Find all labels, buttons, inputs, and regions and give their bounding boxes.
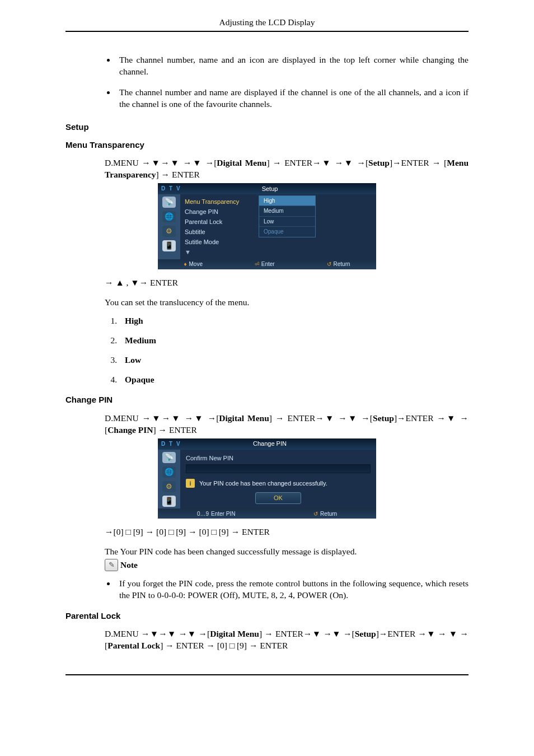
change-pin-heading: Change PIN <box>65 394 469 405</box>
cp-screenshot: D T V Change PIN 📡 🌐 ⚙ 📱 Confirm New PIN <box>158 438 376 519</box>
pl-path-setup: Setup <box>355 629 376 638</box>
mt-row-1: Change PIN <box>185 208 257 216</box>
remote-icon: 📱 <box>162 496 176 507</box>
pl-path-mid: ] → ENTER→▼ →▼ →[ <box>259 629 355 638</box>
cp-path-dm: Digital Menu <box>219 413 269 423</box>
enter-icon: ⏎ <box>255 260 259 268</box>
mt-navpath: D.MENU →▼→▼ →▼ →[Digital Menu] → ENTER→▼… <box>105 157 469 181</box>
mt-path-setup: Setup <box>368 158 390 167</box>
mt-options-list: High Medium Low Opaque <box>65 315 469 386</box>
cp-shot-dtv: D T V <box>161 440 184 448</box>
cp-shot-foot: 0…9Enter PIN ↺Return <box>158 508 376 519</box>
note-label: Note <box>120 559 138 571</box>
setup-heading: Setup <box>65 122 469 133</box>
globe-icon: 🌐 <box>162 211 176 222</box>
mt-screenshot: D T V Setup 📡 🌐 ⚙ 📱 Menu Transparency Ch… <box>158 183 376 269</box>
mt-opt-low: Low <box>119 354 469 366</box>
pl-path-target: Parental Lock <box>107 641 160 650</box>
cp-note-bullet: If you forget the PIN code, press the re… <box>116 578 469 601</box>
mt-foot-return: Return <box>334 260 350 268</box>
mt-row-4: Sutitle Mode <box>185 238 257 246</box>
mt-opt-2: Low <box>259 217 315 227</box>
mt-opt-3: Opaque <box>259 227 315 237</box>
cp-result: The Your PIN code has been changed succe… <box>105 546 469 558</box>
pl-path-suffix: ] → ENTER → [0] □ [9] → ENTER <box>160 641 288 650</box>
menu-transparency-heading: Menu Transparency <box>65 139 469 151</box>
intro-bullet-1: The channel number and name are displaye… <box>116 87 469 110</box>
mt-foot-move: Move <box>189 260 203 268</box>
mt-opt-box: High Medium Low Opaque <box>259 195 316 237</box>
cp-path-suffix: ] → ENTER <box>153 425 197 435</box>
mt-path-prefix: D.MENU →▼→▼ →▼ →[ <box>105 158 217 167</box>
mt-path-mid2: ]→ENTER → [ <box>390 158 447 167</box>
note-icon: ✎ <box>105 559 118 571</box>
globe-icon: 🌐 <box>162 466 176 478</box>
cp-pin-bar <box>186 464 371 473</box>
info-icon: i <box>186 479 195 488</box>
top-rule <box>65 31 469 32</box>
cp-msg: Your PIN code has been changed successfu… <box>199 479 327 488</box>
gear-icon: ⚙ <box>162 481 176 492</box>
cp-path-mid: ] → ENTER→▼ →▼ →[ <box>269 413 373 423</box>
mt-shot-side: 📡 🌐 ⚙ 📱 <box>158 194 180 259</box>
intro-bullets: The channel number, name and an icon are… <box>65 54 469 110</box>
mt-opt-medium: Medium <box>119 335 469 347</box>
page-header: Adjusting the LCD Display <box>65 17 469 31</box>
mt-shot-foot: ♦Move ⏎Enter ↺Return <box>158 259 376 269</box>
mt-opt-opaque: Opaque <box>119 374 469 386</box>
move-icon: ♦ <box>184 260 186 268</box>
mt-row-0: Menu Transparency <box>185 198 257 206</box>
gear-icon: ⚙ <box>162 226 176 237</box>
mt-opt-0: High <box>259 196 315 207</box>
pl-path-dm: Digital Menu <box>210 629 259 638</box>
mt-opt-high: High <box>119 315 469 327</box>
cp-shot-main: Confirm New PIN i Your PIN code has been… <box>180 450 376 509</box>
cp-digits: →[0] □ [9] → [0] □ [9] → [0] □ [9] → ENT… <box>105 526 469 538</box>
mt-opt-1: Medium <box>259 206 315 217</box>
remote-icon: 📱 <box>162 240 176 251</box>
mt-desc: You can set the translucency of the menu… <box>105 297 469 309</box>
cp-foot-enter: Enter PIN <box>211 510 235 518</box>
intro-bullet-0: The channel number, name and an icon are… <box>116 54 469 78</box>
cp-path-target: Change PIN <box>107 425 153 435</box>
bottom-rule <box>65 674 469 675</box>
parental-lock-heading: Parental Lock <box>65 610 469 622</box>
mt-path-dm: Digital Menu <box>217 158 266 167</box>
mt-arrows: → ▲ , ▼→ ENTER <box>105 277 469 289</box>
cp-ok-button: OK <box>255 492 301 504</box>
cp-shot-side: 📡 🌐 ⚙ 📱 <box>158 450 180 509</box>
cp-confirm-label: Confirm New PIN <box>186 454 371 463</box>
mt-path-mid: ] → ENTER→▼ →▼ →[ <box>266 158 368 167</box>
mt-path-suffix: ] → ENTER <box>156 170 200 179</box>
cp-path-prefix: D.MENU →▼→▼ →▼ →[ <box>105 413 219 423</box>
cp-path-setup: Setup <box>373 413 394 423</box>
cp-note-bullets: If you forget the PIN code, press the re… <box>65 578 469 601</box>
mt-row-3: Subtitle <box>185 228 257 236</box>
mt-shot-main: Menu Transparency Change PIN Parental Lo… <box>180 194 376 259</box>
mt-shot-title: Setup <box>184 185 356 193</box>
pl-navpath: D.MENU →▼→▼ →▼ →[Digital Menu] → ENTER→▼… <box>105 628 469 652</box>
mt-row-2: Parental Lock <box>185 218 257 226</box>
satellite-icon: 📡 <box>162 452 176 463</box>
cp-foot-return: Return <box>320 510 337 518</box>
return-icon: ↺ <box>327 260 331 268</box>
digits-icon: 0…9 <box>197 510 209 518</box>
mt-shot-dtv: D T V <box>161 185 184 193</box>
satellite-icon: 📡 <box>162 197 176 208</box>
cp-shot-title: Change PIN <box>184 440 356 448</box>
cp-navpath: D.MENU →▼→▼ →▼ →[Digital Menu] → ENTER→▼… <box>105 413 469 436</box>
pl-path-prefix: D.MENU →▼→▼ →▼ →[ <box>105 629 210 638</box>
mt-foot-enter: Enter <box>261 260 275 268</box>
return-icon: ↺ <box>313 510 318 518</box>
